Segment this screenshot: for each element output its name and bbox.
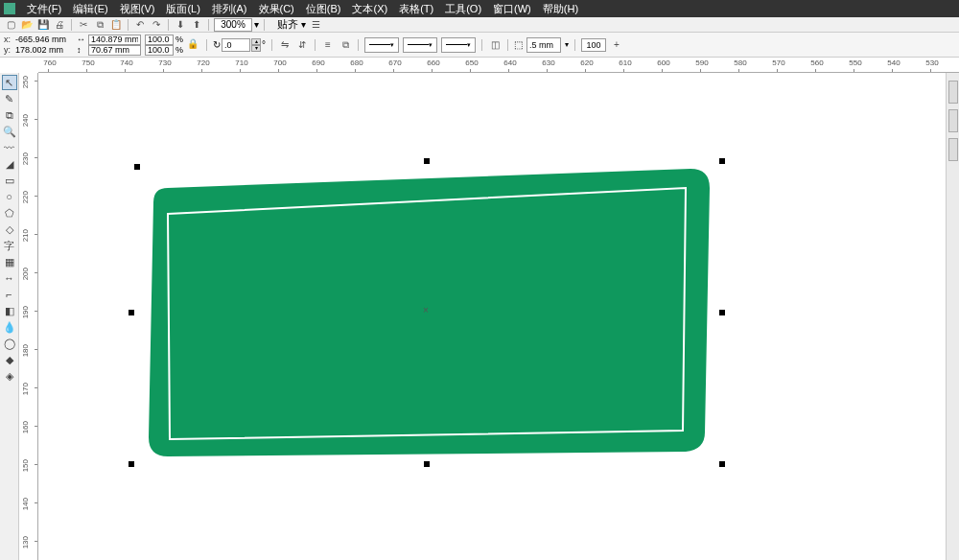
selection-handle-se[interactable] bbox=[719, 461, 725, 467]
selection-handle-ne[interactable] bbox=[719, 158, 725, 164]
mirror-h-icon[interactable]: ⇋ bbox=[278, 38, 292, 52]
end-arrow-select[interactable]: ▾ bbox=[441, 37, 476, 53]
degree-label: ° bbox=[262, 39, 266, 50]
y-value[interactable]: 178.002 mm bbox=[15, 45, 73, 56]
shape-tool-icon[interactable]: ✎ bbox=[2, 91, 17, 106]
menu-view[interactable]: 视图(V) bbox=[114, 2, 161, 16]
menu-file[interactable]: 文件(F) bbox=[21, 2, 67, 16]
spin-up-icon[interactable]: ▴ bbox=[251, 38, 261, 45]
property-bar: x:-665.946 mm y:178.002 mm ↔ ↕ % % 🔒 ↻ ▴… bbox=[0, 33, 959, 58]
rotation-group: ↻ ▴ ▾ ° bbox=[213, 38, 266, 52]
paste-icon[interactable]: 📋 bbox=[109, 18, 123, 32]
size-group: ↔ ↕ bbox=[77, 35, 141, 56]
menu-bar: 文件(F) 编辑(E) 视图(V) 版面(L) 排列(A) 效果(C) 位图(B… bbox=[0, 0, 959, 17]
menu-effects[interactable]: 效果(C) bbox=[253, 2, 300, 16]
wrap-icon[interactable]: ◫ bbox=[488, 38, 502, 52]
text-tool-icon[interactable]: 字 bbox=[2, 238, 17, 253]
dimension-tool-icon[interactable]: ↔ bbox=[2, 270, 17, 286]
menu-window[interactable]: 窗口(W) bbox=[487, 2, 537, 16]
interactive-fill-icon[interactable]: ◈ bbox=[2, 368, 17, 384]
fill-tool-icon[interactable]: ◆ bbox=[2, 352, 17, 367]
ellipse-tool-icon[interactable]: ○ bbox=[2, 189, 17, 204]
smart-fill-icon[interactable]: ◢ bbox=[2, 156, 17, 172]
height-icon: ↕ bbox=[77, 45, 86, 56]
new-doc-icon[interactable]: ▢ bbox=[4, 18, 17, 32]
menu-table[interactable]: 表格(T) bbox=[393, 2, 439, 16]
rectangle-tool-icon[interactable]: ▭ bbox=[2, 173, 17, 188]
outline-tool-icon[interactable]: ◯ bbox=[2, 336, 17, 351]
toolbar-separator bbox=[481, 39, 482, 51]
selected-object[interactable]: × bbox=[134, 164, 719, 461]
selection-handle-s[interactable] bbox=[424, 461, 430, 467]
selection-handle-w[interactable] bbox=[129, 310, 134, 315]
x-value[interactable]: -665.946 mm bbox=[15, 35, 73, 45]
outline-width-input[interactable] bbox=[526, 37, 561, 53]
dropdown-icon[interactable]: ▾ bbox=[254, 19, 259, 30]
menu-layout[interactable]: 版面(L) bbox=[160, 2, 205, 16]
open-icon[interactable]: 📂 bbox=[20, 18, 34, 32]
menu-text[interactable]: 文本(X) bbox=[346, 2, 393, 16]
menu-tools[interactable]: 工具(O) bbox=[439, 2, 487, 16]
export-icon[interactable]: ⬆ bbox=[190, 18, 203, 32]
horizontal-ruler: 7607507407307207107006906806706606506406… bbox=[38, 58, 959, 73]
dropdown-icon[interactable]: ▾ bbox=[301, 19, 306, 30]
crop-tool-icon[interactable]: ⧉ bbox=[2, 107, 17, 123]
menu-arrange[interactable]: 排列(A) bbox=[206, 2, 253, 16]
pick-tool-icon[interactable]: ↖ bbox=[2, 75, 17, 90]
interactive-tool-icon[interactable]: ◧ bbox=[2, 303, 17, 318]
selection-handle-n[interactable] bbox=[424, 158, 430, 164]
save-icon[interactable]: 💾 bbox=[36, 18, 50, 32]
menu-edit[interactable]: 编辑(E) bbox=[67, 2, 114, 16]
order-icon[interactable]: ⧉ bbox=[339, 38, 352, 52]
selection-center-icon[interactable]: × bbox=[422, 306, 430, 314]
options-icon[interactable]: ☰ bbox=[309, 18, 322, 32]
selection-handle-e[interactable] bbox=[719, 310, 725, 315]
copy-icon[interactable]: ⧉ bbox=[93, 18, 106, 32]
duplicate-count-input[interactable] bbox=[581, 38, 606, 52]
selection-handle-sw[interactable] bbox=[129, 461, 134, 467]
spin-down-icon[interactable]: ▾ bbox=[251, 45, 261, 52]
height-input[interactable] bbox=[88, 45, 141, 56]
import-icon[interactable]: ⬇ bbox=[174, 18, 187, 32]
snap-label[interactable]: 贴齐 bbox=[277, 17, 298, 32]
docker-tab[interactable] bbox=[948, 81, 958, 104]
width-icon: ↔ bbox=[77, 35, 86, 45]
freehand-tool-icon[interactable]: 〰 bbox=[2, 140, 17, 155]
scale-x-input[interactable] bbox=[145, 35, 174, 45]
vertical-ruler: 2502402302202102001901801701601501401301… bbox=[19, 73, 38, 560]
canvas-area[interactable]: × bbox=[38, 73, 946, 560]
menu-bitmap[interactable]: 位图(B) bbox=[300, 2, 347, 16]
docker-tab[interactable] bbox=[948, 109, 958, 132]
redo-icon[interactable]: ↷ bbox=[150, 18, 163, 32]
basic-shapes-icon[interactable]: ◇ bbox=[2, 222, 17, 237]
docker-tab[interactable] bbox=[948, 138, 958, 161]
x-label: x: bbox=[4, 35, 13, 45]
scale-y-input[interactable] bbox=[145, 45, 174, 56]
connector-tool-icon[interactable]: ⌐ bbox=[2, 287, 17, 302]
mirror-v-icon[interactable]: ⇵ bbox=[295, 38, 309, 52]
menu-help[interactable]: 帮助(H) bbox=[537, 2, 584, 16]
toolbar-separator bbox=[507, 39, 508, 51]
eyedropper-tool-icon[interactable]: 💧 bbox=[2, 319, 17, 335]
dropdown-icon[interactable]: ▾ bbox=[565, 40, 569, 49]
align-icon[interactable]: ≡ bbox=[321, 38, 335, 52]
width-input[interactable] bbox=[88, 35, 141, 45]
toolbox: ↖ ✎ ⧉ 🔍 〰 ◢ ▭ ○ ⬠ ◇ 字 ▦ ↔ ⌐ ◧ 💧 ◯ ◆ ◈ bbox=[0, 73, 19, 560]
lock-ratio-icon[interactable]: 🔒 bbox=[187, 38, 200, 52]
print-icon[interactable]: 🖨 bbox=[53, 18, 66, 32]
polygon-tool-icon[interactable]: ⬠ bbox=[2, 205, 17, 221]
cut-icon[interactable]: ✂ bbox=[77, 18, 90, 32]
table-tool-icon[interactable]: ▦ bbox=[2, 254, 17, 269]
start-arrow-select[interactable]: ▾ bbox=[364, 37, 399, 53]
right-docker bbox=[946, 73, 959, 560]
rotation-input[interactable] bbox=[222, 38, 250, 52]
line-style-select[interactable]: ▾ bbox=[403, 37, 437, 53]
toolbar-separator bbox=[128, 19, 129, 31]
undo-icon[interactable]: ↶ bbox=[133, 18, 147, 32]
zoom-tool-icon[interactable]: 🔍 bbox=[2, 124, 17, 139]
zoom-input[interactable] bbox=[214, 18, 252, 32]
scale-group: % % bbox=[145, 35, 183, 56]
toolbar-separator bbox=[264, 19, 265, 31]
add-icon[interactable]: + bbox=[610, 38, 623, 52]
selection-handle-nw[interactable] bbox=[134, 164, 140, 170]
